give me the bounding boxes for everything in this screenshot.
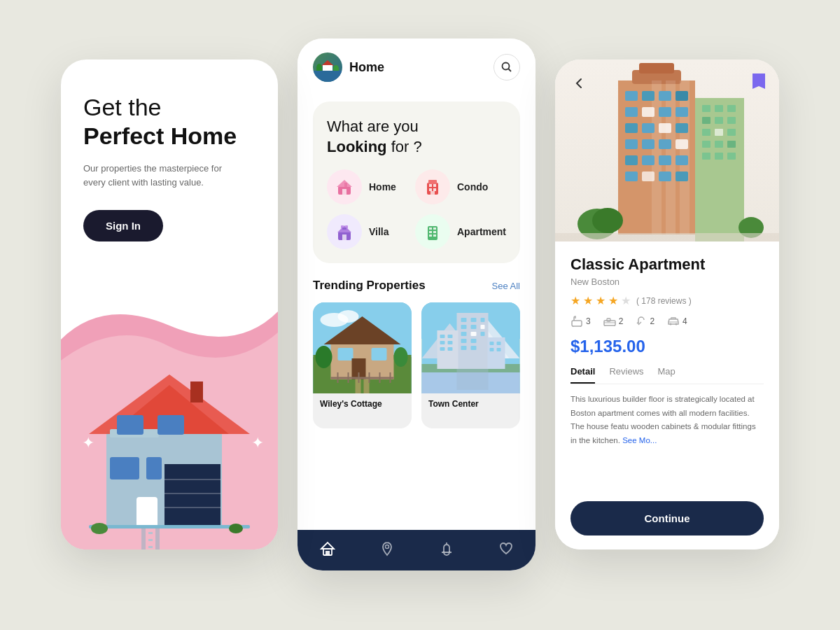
- svg-rect-27: [344, 183, 347, 187]
- svg-rect-146: [702, 141, 710, 148]
- property-card-cottage[interactable]: Wiley's Cottage: [313, 302, 412, 428]
- properties-row: Wiley's Cottage: [313, 302, 520, 428]
- home-category-icon: [335, 177, 354, 197]
- svg-rect-133: [642, 172, 654, 181]
- svg-rect-119: [676, 107, 688, 117]
- cottage-image: [313, 302, 412, 393]
- svg-point-167: [670, 323, 672, 326]
- svg-rect-141: [715, 117, 723, 124]
- svg-rect-139: [727, 105, 736, 112]
- svg-rect-76: [471, 318, 477, 322]
- svg-rect-96: [490, 342, 494, 345]
- svg-rect-137: [702, 105, 710, 112]
- see-more-link[interactable]: See Mo...: [622, 436, 657, 444]
- apartment-description: This luxurious builder floor is strategi…: [570, 393, 764, 493]
- apartment-name: Classic Apartment: [570, 255, 764, 274]
- svg-rect-39: [342, 227, 346, 230]
- nav-home[interactable]: [320, 541, 335, 556]
- svg-rect-87: [471, 346, 477, 350]
- nav-home-icon: [320, 541, 335, 556]
- svg-rect-97: [497, 342, 501, 345]
- svg-rect-124: [625, 139, 638, 149]
- svg-rect-82: [471, 332, 477, 336]
- svg-rect-142: [727, 117, 736, 124]
- villa-icon-wrap: [327, 214, 362, 249]
- signin-button[interactable]: Sign In: [83, 210, 163, 241]
- svg-rect-135: [676, 172, 688, 181]
- tab-reviews[interactable]: Reviews: [609, 366, 643, 384]
- town-svg: [421, 302, 520, 393]
- svg-point-168: [676, 323, 678, 326]
- svg-rect-113: [642, 91, 654, 101]
- shower-icon: [636, 316, 647, 327]
- star-3: ★: [596, 294, 606, 307]
- search-header: Home: [298, 38, 536, 93]
- back-arrow-icon: [572, 76, 586, 90]
- villa-category-icon: [335, 222, 354, 241]
- svg-rect-75: [461, 318, 467, 322]
- svg-rect-117: [642, 107, 654, 117]
- svg-rect-148: [727, 141, 736, 148]
- town-label: Town Center: [421, 393, 520, 414]
- category-condo[interactable]: Condo: [415, 169, 506, 204]
- tab-map[interactable]: Map: [658, 366, 676, 384]
- star-5: ★: [621, 294, 631, 307]
- svg-rect-93: [440, 347, 445, 351]
- tab-detail[interactable]: Detail: [570, 366, 595, 384]
- svg-line-158: [580, 326, 581, 327]
- price-display: $1,135.00: [570, 337, 764, 356]
- svg-marker-101: [321, 542, 334, 549]
- category-home-label: Home: [369, 181, 396, 192]
- amenity-shower: 2: [636, 316, 654, 327]
- category-home[interactable]: Home: [327, 169, 405, 204]
- back-button[interactable]: [568, 72, 590, 94]
- svg-rect-116: [625, 107, 638, 117]
- property-card-town[interactable]: Town Center: [421, 302, 520, 428]
- amenity-bed: 2: [603, 316, 624, 326]
- svg-rect-42: [429, 227, 432, 230]
- svg-rect-55: [372, 348, 387, 360]
- svg-rect-58: [364, 378, 370, 393]
- search-button[interactable]: [493, 54, 520, 80]
- svg-rect-85: [471, 339, 477, 343]
- nav-location[interactable]: [379, 541, 395, 556]
- category-apartment-label: Apartment: [457, 226, 506, 237]
- svg-rect-126: [659, 139, 671, 149]
- svg-rect-129: [642, 155, 654, 165]
- svg-rect-112: [625, 91, 638, 101]
- svg-point-104: [385, 545, 388, 549]
- bookmark-icon: [751, 72, 766, 92]
- svg-rect-98: [490, 348, 494, 351]
- svg-rect-122: [659, 123, 671, 133]
- svg-rect-128: [625, 155, 638, 165]
- detail-tabs: Detail Reviews Map: [570, 366, 764, 384]
- svg-rect-90: [448, 335, 453, 338]
- continue-button[interactable]: Continue: [570, 501, 764, 536]
- ratings-row: ★ ★ ★ ★ ★ ( 178 reviews ): [570, 294, 764, 307]
- svg-point-51: [338, 310, 359, 323]
- looking-section: What are you Looking for ?: [313, 102, 520, 263]
- svg-line-23: [509, 69, 512, 72]
- avatar: [313, 52, 342, 82]
- svg-point-60: [394, 347, 408, 367]
- town-image: [421, 302, 520, 393]
- reviews-count: ( 178 reviews ): [636, 296, 692, 306]
- category-villa[interactable]: Villa: [327, 214, 405, 249]
- screen-detail: Classic Apartment New Boston ★ ★ ★ ★ ★ (…: [555, 59, 779, 550]
- nav-favorites[interactable]: [498, 541, 514, 556]
- category-apartment[interactable]: Apartment: [415, 214, 506, 249]
- see-all-button[interactable]: See All: [492, 281, 520, 291]
- svg-rect-121: [642, 123, 654, 133]
- nav-notifications[interactable]: [439, 541, 454, 556]
- svg-rect-115: [676, 91, 688, 101]
- bookmark-button[interactable]: [751, 72, 766, 94]
- svg-rect-134: [659, 172, 671, 181]
- building-hero: [555, 59, 779, 241]
- screen-landing: Get the Perfect Home Our properties the …: [61, 59, 278, 550]
- cottage-label: Wiley's Cottage: [313, 393, 412, 414]
- svg-rect-91: [440, 341, 445, 344]
- svg-rect-92: [448, 341, 453, 344]
- svg-rect-103: [326, 551, 330, 555]
- cottage-svg: [313, 302, 412, 393]
- svg-rect-33: [433, 188, 436, 191]
